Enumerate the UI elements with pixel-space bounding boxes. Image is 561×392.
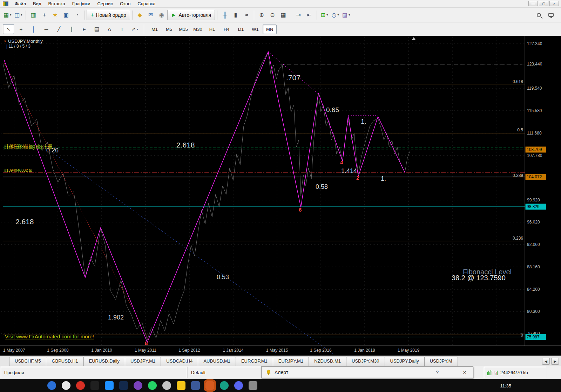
chart-tab[interactable]: USDJPY,Daily [385, 357, 425, 366]
new-chart-button[interactable]: ▦▾ [2, 10, 13, 20]
chart-tab[interactable]: USDJPY,M30 [346, 357, 385, 366]
menu-item[interactable]: Файл [11, 0, 29, 7]
bars-chart-button[interactable]: ╫ [219, 10, 230, 20]
taskbar-app-icon[interactable] [177, 381, 185, 390]
cursor-tool[interactable]: ↖ [3, 24, 14, 34]
chart-tab[interactable]: NZDUSD,M1 [309, 357, 346, 366]
taskbar-app-icon[interactable] [148, 381, 157, 390]
chart-tab[interactable]: AUDUSD,M1 [198, 357, 236, 366]
menu-item[interactable]: Графики [69, 0, 94, 7]
taskbar-app-icon[interactable] [105, 381, 114, 390]
taskbar-app-icon[interactable] [62, 381, 70, 390]
new-order-button[interactable]: +Новый ордер [87, 10, 130, 20]
price-badge-label: 104.072 [527, 174, 542, 179]
menu-item[interactable]: Вставка [45, 0, 69, 7]
fibonacci-tool[interactable]: F [79, 24, 90, 34]
trendline-tool[interactable]: ╱ [53, 24, 65, 34]
metaeditor-button[interactable]: ◆ [135, 10, 145, 20]
news-button[interactable]: ◉ [156, 10, 167, 20]
timeframe-m30[interactable]: M30 [191, 25, 205, 34]
status-template[interactable]: Default [188, 367, 261, 378]
timeframe-m15[interactable]: M15 [176, 25, 190, 34]
taskbar-app-icon[interactable] [191, 381, 200, 390]
window-close-button[interactable]: × [549, 1, 559, 6]
chart-tab[interactable]: USDCHF,M5 [9, 357, 46, 366]
window-minimize-button[interactable]: — [528, 1, 538, 6]
chart-tabs: USDCHF,M5GBPUSD,H1EURUSD,DailyUSDJPY,M1U… [9, 357, 458, 366]
chart-tab[interactable]: USDCAD,H4 [161, 357, 198, 366]
tabs-scroll-left-button[interactable]: ◀ [542, 358, 550, 365]
periods-button[interactable]: ◷▾ [330, 10, 340, 20]
drawing-tools: ↖+│─╱∥F▤AT↗▾ [3, 24, 140, 34]
metatrader-window: ФайлВидВставкаГрафикиСервисОкноСправка —… [0, 0, 561, 392]
chart-shift-button[interactable]: ⇤ [304, 10, 315, 20]
chart-tab[interactable]: EURJPY,M1 [273, 357, 309, 366]
dropdown-arrow-icon: ▾ [326, 13, 328, 16]
timeframe-mn[interactable]: MN [263, 25, 277, 34]
zoom-out-button[interactable]: ⊖ [267, 10, 278, 20]
market-watch-button[interactable]: ▥ [28, 10, 39, 20]
menu-item[interactable]: Окно [116, 0, 134, 7]
taskbar-app-icon[interactable] [220, 381, 229, 390]
shapes-tool[interactable]: ↗▾ [129, 24, 140, 34]
window-restore-button[interactable]: ▢ [539, 1, 548, 6]
taskbar-app-icon[interactable] [119, 381, 128, 390]
crosshair-tool[interactable]: + [15, 24, 27, 34]
chart-area[interactable]: 127.340123.440119.540115.580111.680107.7… [0, 36, 561, 356]
chart-tab[interactable]: EURGBP,M1 [236, 357, 273, 366]
chart-tab[interactable]: USDJPY,M1 [125, 357, 161, 366]
zoom-in-button[interactable]: ⊕ [256, 10, 267, 20]
menu-item[interactable]: Вид [29, 0, 45, 7]
auto-scroll-button[interactable]: ⇥ [293, 10, 304, 20]
timeframe-m5[interactable]: M5 [162, 25, 176, 34]
timeframe-w1[interactable]: W1 [248, 25, 262, 34]
chat-button[interactable] [546, 10, 556, 20]
price-scale-label: 107.780 [527, 153, 542, 158]
taskbar-app-icon[interactable] [205, 381, 214, 390]
templates-button[interactable]: ▨▾ [341, 10, 351, 20]
timeframe-h4[interactable]: H4 [219, 25, 234, 34]
timeframe-d1[interactable]: D1 [234, 25, 248, 34]
taskbar-app-icon[interactable] [134, 381, 142, 390]
taskbar-app-icon[interactable] [90, 381, 99, 390]
taskbar-app-icon[interactable] [249, 381, 257, 390]
candles-chart-button[interactable]: ▮ [230, 10, 241, 20]
taskbar-app-icon[interactable] [162, 381, 171, 390]
favorites-button[interactable]: ★ [50, 10, 60, 20]
scripts-button[interactable]: ✉ [146, 10, 156, 20]
terminal-button[interactable]: ▣ [61, 10, 71, 20]
timeframe-h1[interactable]: H1 [205, 25, 219, 34]
alert-help-button[interactable]: ? [433, 370, 441, 375]
navigator-button[interactable]: + [39, 10, 49, 20]
menu-item[interactable]: Справка [134, 0, 159, 7]
taskbar-app-icon[interactable] [76, 381, 85, 390]
descending-dotted-line [4, 63, 151, 343]
chart-tab[interactable]: GBPUSD,H1 [46, 357, 83, 366]
profiles-button[interactable]: ◫▾ [13, 10, 23, 20]
vertical-line-tool[interactable]: │ [28, 24, 39, 34]
chart-tab[interactable]: EURUSD,Daily [83, 357, 125, 366]
line-chart-button[interactable]: ≈ [241, 10, 252, 20]
status-profiles[interactable]: Профили [1, 367, 187, 378]
label-tool[interactable]: T [116, 24, 128, 34]
text-tool[interactable]: A [104, 24, 115, 34]
autotrade-button[interactable]: ►Авто-торговля [167, 10, 215, 20]
taskbar-app-icon[interactable] [234, 381, 243, 390]
tile-windows-button[interactable]: ▦ [278, 10, 289, 20]
date-label: 1 Jan 2010 [91, 348, 112, 353]
taskbar-app-icon[interactable] [47, 381, 56, 390]
fib-level-label: 0.389 [513, 173, 523, 178]
symbol-name: USDJPY,Monthly [8, 39, 43, 44]
timeframe-m1[interactable]: M1 [148, 25, 162, 34]
tester-button[interactable]: ◔ [72, 10, 82, 20]
tabs-scroll-right-button[interactable]: ▶ [551, 358, 559, 365]
alert-close-button[interactable]: ✕ [462, 370, 467, 375]
menu-item[interactable]: Сервис [94, 0, 117, 7]
indicators-button[interactable]: ⊞▾ [319, 10, 330, 20]
chart-canvas[interactable]: 127.340123.440119.540115.580111.680107.7… [0, 36, 561, 356]
horizontal-line-tool[interactable]: ─ [41, 24, 52, 34]
cycle-lines-tool[interactable]: ▤ [91, 24, 102, 34]
channel-tool[interactable]: ∥ [66, 24, 77, 34]
chart-tab[interactable]: USDJPY,M [424, 357, 458, 366]
search-button[interactable] [534, 10, 544, 20]
